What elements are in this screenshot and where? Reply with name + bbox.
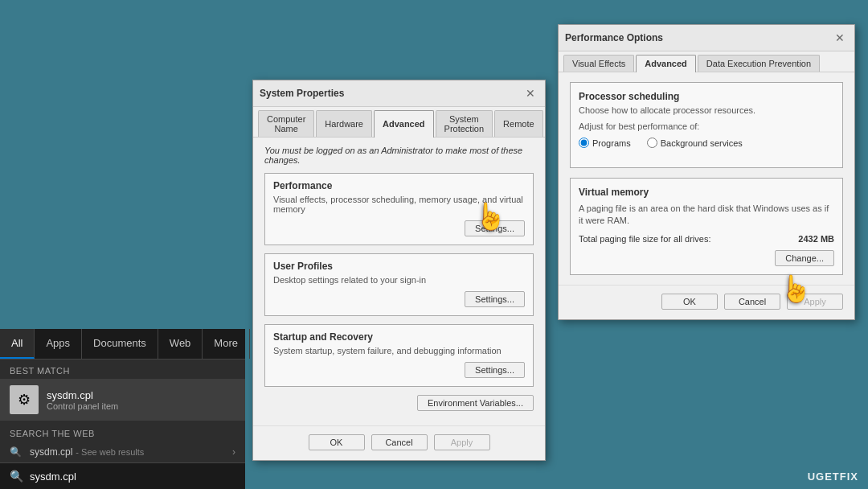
system-properties-close-button[interactable]: ✕ — [522, 85, 538, 101]
tab-all[interactable]: All — [0, 329, 35, 359]
radio-background-input[interactable] — [647, 138, 657, 148]
perf-apply-button[interactable]: Apply — [787, 294, 843, 310]
tab-apps[interactable]: Apps — [35, 329, 82, 359]
virtual-memory-title: Virtual memory — [579, 187, 834, 198]
perf-tab-dep[interactable]: Data Execution Prevention — [698, 55, 820, 72]
search-result-subtitle: Control panel item — [47, 401, 118, 411]
vm-total-row: Total paging file size for all drives: 2… — [579, 234, 834, 244]
user-profiles-btn-row: Settings... — [273, 291, 525, 307]
web-see-more: - See web results — [76, 447, 144, 457]
tab-hardware[interactable]: Hardware — [316, 110, 372, 137]
user-profiles-settings-button[interactable]: Settings... — [465, 291, 525, 307]
performance-title: Performance — [273, 180, 525, 191]
system-properties-tabs: Computer Name Hardware Advanced System P… — [253, 107, 545, 138]
tab-more[interactable]: More — [203, 329, 250, 359]
perf-ok-button[interactable]: OK — [661, 294, 718, 310]
env-btn-row: Environment Variables... — [264, 395, 534, 414]
tab-web[interactable]: Web — [158, 329, 203, 359]
radio-background[interactable]: Background services — [647, 138, 743, 148]
tab-computer-name[interactable]: Computer Name — [258, 110, 314, 137]
perf-tab-visual-effects[interactable]: Visual Effects — [563, 55, 634, 72]
user-profiles-desc: Desktop settings related to your sign-in — [273, 275, 525, 285]
radio-programs-input[interactable] — [579, 138, 589, 148]
performance-options-body: Processor scheduling Choose how to alloc… — [559, 72, 854, 285]
adjust-label: Adjust for best performance of: — [579, 121, 834, 131]
performance-options-close-button[interactable]: ✕ — [832, 30, 848, 46]
system-properties-dialog: System Properties ✕ Computer Name Hardwa… — [252, 80, 546, 461]
radio-programs[interactable]: Programs — [579, 138, 631, 148]
change-button[interactable]: Change... — [775, 250, 834, 266]
tab-advanced[interactable]: Advanced — [374, 110, 434, 138]
search-icon: 🔍 — [10, 446, 22, 458]
search-result-sysdm[interactable]: ⚙ sysdm.cpl Control panel item — [0, 379, 245, 421]
search-result-text: sysdm.cpl Control panel item — [47, 389, 118, 411]
user-profiles-title: User Profiles — [273, 261, 525, 272]
best-match-label: Best match — [0, 360, 245, 379]
vm-btn-row: Change... — [579, 250, 834, 266]
startup-recovery-section: Startup and Recovery System startup, sys… — [264, 324, 534, 387]
virtual-memory-desc: A paging file is an area on the hard dis… — [579, 203, 834, 228]
startup-recovery-settings-button[interactable]: Settings... — [465, 362, 525, 378]
perf-cancel-button[interactable]: Cancel — [724, 294, 780, 310]
startup-recovery-title: Startup and Recovery — [273, 331, 525, 343]
sysdm-icon: ⚙ — [10, 385, 39, 414]
performance-options-dialog: Performance Options ✕ Visual Effects Adv… — [558, 24, 855, 320]
admin-note: You must be logged on as an Administrato… — [264, 146, 534, 165]
processor-scheduling-section: Processor scheduling Choose how to alloc… — [570, 82, 843, 168]
sys-ok-button[interactable]: OK — [309, 434, 365, 450]
sys-cancel-button[interactable]: Cancel — [371, 434, 428, 450]
search-input[interactable] — [30, 471, 235, 483]
system-properties-body: You must be logged on as an Administrato… — [253, 138, 545, 425]
radio-group: Programs Background services — [579, 138, 834, 148]
watermark: UGETFIX — [808, 471, 858, 483]
tab-documents[interactable]: Documents — [82, 329, 158, 359]
tab-remote[interactable]: Remote — [494, 110, 543, 137]
sys-apply-button[interactable]: Apply — [434, 434, 490, 450]
search-web-label: Search the web — [0, 421, 245, 442]
performance-settings-button[interactable]: Settings... — [465, 220, 525, 236]
radio-programs-label: Programs — [592, 138, 631, 148]
vm-total-value: 2432 MB — [798, 234, 834, 244]
performance-options-tabs: Visual Effects Advanced Data Execution P… — [559, 51, 854, 72]
performance-options-footer: OK Cancel Apply — [559, 285, 854, 319]
radio-background-label: Background services — [661, 138, 743, 148]
user-profiles-section: User Profiles Desktop settings related t… — [264, 253, 534, 316]
web-arrow-icon: › — [232, 446, 235, 458]
performance-options-title: Performance Options — [565, 32, 663, 43]
system-properties-titlebar: System Properties ✕ — [253, 80, 545, 107]
system-properties-title: System Properties — [260, 88, 344, 99]
performance-btn-row: Settings... — [273, 220, 525, 236]
web-query: sysdm.cpl — [30, 446, 72, 458]
startup-recovery-desc: System startup, system failure, and debu… — [273, 346, 525, 355]
search-panel: All Apps Documents Web More Best match ⚙… — [0, 329, 245, 489]
virtual-memory-section: Virtual memory A paging file is an area … — [570, 178, 843, 275]
search-web-item[interactable]: 🔍 sysdm.cpl - See web results › — [0, 442, 245, 462]
search-result-title: sysdm.cpl — [47, 389, 118, 401]
processor-scheduling-desc: Choose how to allocate processor resourc… — [579, 105, 834, 115]
environment-variables-button[interactable]: Environment Variables... — [417, 395, 534, 411]
search-bar-icon: 🔍 — [10, 470, 23, 483]
startup-recovery-btn-row: Settings... — [273, 362, 525, 378]
processor-scheduling-title: Processor scheduling — [579, 91, 834, 102]
system-properties-footer: OK Cancel Apply — [253, 425, 545, 460]
performance-section: Performance Visual effects, processor sc… — [264, 173, 534, 245]
perf-tab-advanced[interactable]: Advanced — [636, 55, 696, 72]
performance-options-titlebar: Performance Options ✕ — [559, 25, 854, 51]
search-bar: 🔍 — [0, 462, 245, 489]
search-tabs: All Apps Documents Web More — [0, 329, 245, 360]
performance-desc: Visual effects, processor scheduling, me… — [273, 195, 525, 214]
vm-total-label: Total paging file size for all drives: — [579, 234, 710, 244]
watermark-text: UGETFIX — [808, 471, 858, 483]
tab-system-protection[interactable]: System Protection — [436, 110, 493, 137]
